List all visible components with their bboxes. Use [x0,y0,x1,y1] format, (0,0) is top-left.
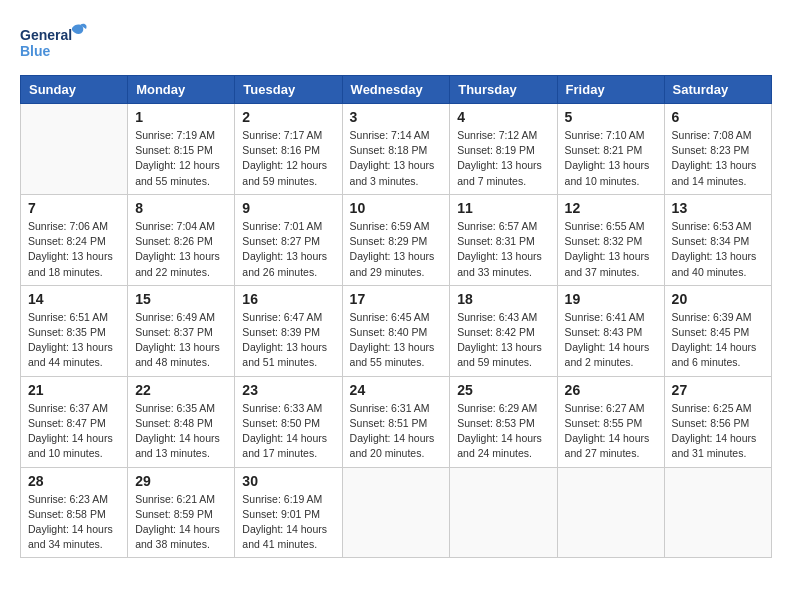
day-number: 20 [672,291,764,307]
day-number: 2 [242,109,334,125]
day-info: Sunrise: 7:14 AM Sunset: 8:18 PM Dayligh… [350,128,443,189]
day-number: 24 [350,382,443,398]
weekday-header-thursday: Thursday [450,76,557,104]
svg-text:Blue: Blue [20,43,51,59]
day-number: 5 [565,109,657,125]
logo-svg: GeneralBlue [20,20,90,65]
day-info: Sunrise: 6:37 AM Sunset: 8:47 PM Dayligh… [28,401,120,462]
day-info: Sunrise: 6:47 AM Sunset: 8:39 PM Dayligh… [242,310,334,371]
day-info: Sunrise: 6:45 AM Sunset: 8:40 PM Dayligh… [350,310,443,371]
day-number: 11 [457,200,549,216]
day-info: Sunrise: 7:17 AM Sunset: 8:16 PM Dayligh… [242,128,334,189]
day-number: 15 [135,291,227,307]
day-number: 13 [672,200,764,216]
day-number: 27 [672,382,764,398]
day-info: Sunrise: 6:49 AM Sunset: 8:37 PM Dayligh… [135,310,227,371]
day-number: 9 [242,200,334,216]
day-cell: 30Sunrise: 6:19 AM Sunset: 9:01 PM Dayli… [235,467,342,558]
day-cell: 28Sunrise: 6:23 AM Sunset: 8:58 PM Dayli… [21,467,128,558]
weekday-header-tuesday: Tuesday [235,76,342,104]
day-number: 7 [28,200,120,216]
day-number: 8 [135,200,227,216]
week-row-1: 1Sunrise: 7:19 AM Sunset: 8:15 PM Daylig… [21,104,772,195]
day-info: Sunrise: 6:27 AM Sunset: 8:55 PM Dayligh… [565,401,657,462]
weekday-header-row: SundayMondayTuesdayWednesdayThursdayFrid… [21,76,772,104]
day-cell: 7Sunrise: 7:06 AM Sunset: 8:24 PM Daylig… [21,194,128,285]
day-cell: 14Sunrise: 6:51 AM Sunset: 8:35 PM Dayli… [21,285,128,376]
day-cell: 20Sunrise: 6:39 AM Sunset: 8:45 PM Dayli… [664,285,771,376]
day-number: 4 [457,109,549,125]
day-cell: 18Sunrise: 6:43 AM Sunset: 8:42 PM Dayli… [450,285,557,376]
day-number: 30 [242,473,334,489]
logo: GeneralBlue [20,20,90,65]
day-number: 17 [350,291,443,307]
day-number: 23 [242,382,334,398]
day-cell: 8Sunrise: 7:04 AM Sunset: 8:26 PM Daylig… [128,194,235,285]
day-info: Sunrise: 7:19 AM Sunset: 8:15 PM Dayligh… [135,128,227,189]
day-number: 16 [242,291,334,307]
day-info: Sunrise: 6:35 AM Sunset: 8:48 PM Dayligh… [135,401,227,462]
day-number: 12 [565,200,657,216]
day-cell: 19Sunrise: 6:41 AM Sunset: 8:43 PM Dayli… [557,285,664,376]
day-number: 28 [28,473,120,489]
day-info: Sunrise: 7:04 AM Sunset: 8:26 PM Dayligh… [135,219,227,280]
day-cell: 15Sunrise: 6:49 AM Sunset: 8:37 PM Dayli… [128,285,235,376]
day-info: Sunrise: 6:39 AM Sunset: 8:45 PM Dayligh… [672,310,764,371]
day-cell [450,467,557,558]
day-number: 3 [350,109,443,125]
day-number: 19 [565,291,657,307]
svg-text:General: General [20,27,72,43]
day-cell: 17Sunrise: 6:45 AM Sunset: 8:40 PM Dayli… [342,285,450,376]
day-cell: 4Sunrise: 7:12 AM Sunset: 8:19 PM Daylig… [450,104,557,195]
header: GeneralBlue [20,20,772,65]
day-info: Sunrise: 7:06 AM Sunset: 8:24 PM Dayligh… [28,219,120,280]
day-number: 6 [672,109,764,125]
day-info: Sunrise: 6:19 AM Sunset: 9:01 PM Dayligh… [242,492,334,553]
day-info: Sunrise: 7:01 AM Sunset: 8:27 PM Dayligh… [242,219,334,280]
day-cell: 1Sunrise: 7:19 AM Sunset: 8:15 PM Daylig… [128,104,235,195]
day-number: 29 [135,473,227,489]
day-info: Sunrise: 7:10 AM Sunset: 8:21 PM Dayligh… [565,128,657,189]
weekday-header-sunday: Sunday [21,76,128,104]
day-cell: 26Sunrise: 6:27 AM Sunset: 8:55 PM Dayli… [557,376,664,467]
day-cell: 2Sunrise: 7:17 AM Sunset: 8:16 PM Daylig… [235,104,342,195]
weekday-header-wednesday: Wednesday [342,76,450,104]
day-cell: 27Sunrise: 6:25 AM Sunset: 8:56 PM Dayli… [664,376,771,467]
week-row-3: 14Sunrise: 6:51 AM Sunset: 8:35 PM Dayli… [21,285,772,376]
day-cell: 13Sunrise: 6:53 AM Sunset: 8:34 PM Dayli… [664,194,771,285]
day-info: Sunrise: 7:08 AM Sunset: 8:23 PM Dayligh… [672,128,764,189]
day-number: 25 [457,382,549,398]
weekday-header-friday: Friday [557,76,664,104]
calendar-table: SundayMondayTuesdayWednesdayThursdayFrid… [20,75,772,558]
day-info: Sunrise: 6:25 AM Sunset: 8:56 PM Dayligh… [672,401,764,462]
day-info: Sunrise: 6:29 AM Sunset: 8:53 PM Dayligh… [457,401,549,462]
day-cell [21,104,128,195]
weekday-header-monday: Monday [128,76,235,104]
weekday-header-saturday: Saturday [664,76,771,104]
day-cell: 9Sunrise: 7:01 AM Sunset: 8:27 PM Daylig… [235,194,342,285]
day-number: 22 [135,382,227,398]
day-info: Sunrise: 6:51 AM Sunset: 8:35 PM Dayligh… [28,310,120,371]
day-cell: 6Sunrise: 7:08 AM Sunset: 8:23 PM Daylig… [664,104,771,195]
day-number: 18 [457,291,549,307]
day-number: 1 [135,109,227,125]
day-cell: 29Sunrise: 6:21 AM Sunset: 8:59 PM Dayli… [128,467,235,558]
day-info: Sunrise: 6:31 AM Sunset: 8:51 PM Dayligh… [350,401,443,462]
day-cell: 12Sunrise: 6:55 AM Sunset: 8:32 PM Dayli… [557,194,664,285]
day-cell: 24Sunrise: 6:31 AM Sunset: 8:51 PM Dayli… [342,376,450,467]
day-info: Sunrise: 7:12 AM Sunset: 8:19 PM Dayligh… [457,128,549,189]
day-cell [342,467,450,558]
day-number: 26 [565,382,657,398]
day-info: Sunrise: 6:43 AM Sunset: 8:42 PM Dayligh… [457,310,549,371]
day-info: Sunrise: 6:53 AM Sunset: 8:34 PM Dayligh… [672,219,764,280]
day-number: 21 [28,382,120,398]
day-info: Sunrise: 6:57 AM Sunset: 8:31 PM Dayligh… [457,219,549,280]
day-info: Sunrise: 6:21 AM Sunset: 8:59 PM Dayligh… [135,492,227,553]
week-row-2: 7Sunrise: 7:06 AM Sunset: 8:24 PM Daylig… [21,194,772,285]
week-row-5: 28Sunrise: 6:23 AM Sunset: 8:58 PM Dayli… [21,467,772,558]
day-info: Sunrise: 6:55 AM Sunset: 8:32 PM Dayligh… [565,219,657,280]
day-info: Sunrise: 6:41 AM Sunset: 8:43 PM Dayligh… [565,310,657,371]
day-cell [664,467,771,558]
day-cell: 25Sunrise: 6:29 AM Sunset: 8:53 PM Dayli… [450,376,557,467]
day-cell: 10Sunrise: 6:59 AM Sunset: 8:29 PM Dayli… [342,194,450,285]
